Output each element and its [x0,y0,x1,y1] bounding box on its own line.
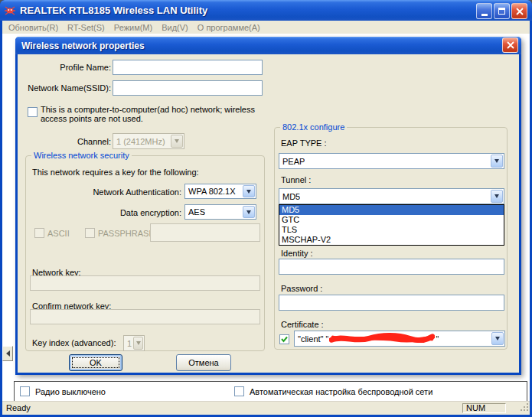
password-input[interactable] [279,295,504,311]
close-icon [516,8,524,15]
channel-combobox: 1 (2412MHz) [113,133,184,149]
profile-name-label: Profile Name: [24,63,111,72]
key-index-value: 1 [127,339,132,348]
channel-dropdown-button [171,135,183,148]
chevron-down-icon [246,190,251,194]
network-auth-value: WPA 802.1X [188,187,236,196]
key-index-combobox: 1 [123,335,145,351]
security-group: Wireless network security This network r… [25,155,265,351]
close-icon [507,41,514,49]
network-auth-dropdown-button[interactable] [243,185,255,197]
certificate-value-suffix: " [436,334,439,344]
certificate-dropdown-button[interactable] [491,332,504,345]
radio-off-label[interactable]: Радио выключено [35,387,106,396]
key-index-label: Key index (advanced): [32,338,116,347]
ssid-label: Network Name(SSID): [24,83,111,93]
adhoc-checkbox[interactable] [28,107,38,117]
dot1x-group-title: 802.1x configure [280,122,347,132]
chevron-down-icon [136,341,141,345]
cancel-button[interactable]: Отмена [176,354,231,371]
chevron-down-icon [494,159,499,163]
tunnel-value: MD5 [282,192,300,201]
requires-key-text: This network requires a key for the foll… [32,168,199,177]
password-label: Password : [281,284,322,293]
status-bar: Ready NUM [2,401,530,415]
certificate-combobox[interactable]: "client" " " [294,331,505,347]
eap-type-label: EAP TYPE : [281,138,327,148]
status-text: Ready [6,403,31,412]
chevron-down-icon [246,210,251,214]
network-auth-label: Network Authentication: [34,187,181,197]
main-window: REALTEK RTL8185 Wireless LAN Utility Обн… [0,0,532,417]
data-encryption-label: Data encryption: [34,208,181,217]
minimize-icon [481,14,488,16]
tunnel-dropdown-button[interactable] [491,190,503,203]
num-lock-indicator: NUM [462,403,506,413]
channel-label: Channel: [24,137,111,146]
ascii-label: ASCII [47,229,70,238]
menu-item-about[interactable]: О программе(A) [194,22,266,33]
passphrase-input [150,223,260,242]
tunnel-option-gtc[interactable]: GTC [279,215,504,225]
redaction-scribble [329,331,435,345]
auto-config-label[interactable]: Автоматическая настройка беспроводной се… [250,387,432,396]
arrow-left-icon [6,350,10,357]
chevron-down-icon [494,194,499,198]
scroll-left-button[interactable] [2,346,13,361]
ascii-checkbox [34,228,44,238]
menu-bar: Обновить(R) RT-Set(S) Режим(M) Вид(V) О … [2,21,530,34]
menu-item-refresh[interactable]: Обновить(R) [5,22,64,33]
main-titlebar: REALTEK RTL8185 Wireless LAN Utility [0,0,532,21]
network-key-input [30,275,260,291]
network-auth-combobox[interactable]: WPA 802.1X [184,184,256,199]
realtek-logo-icon [4,4,16,18]
certificate-checkbox[interactable] [279,334,289,344]
confirm-key-input [30,309,260,324]
ok-button-label: OK [90,358,102,367]
data-encryption-combobox[interactable]: AES [184,204,256,220]
dialog-body: Profile Name: Network Name(SSID): This i… [18,54,519,373]
certificate-label: Certificate : [281,320,324,329]
tunnel-option-mschapv2[interactable]: MSCHAP-V2 [279,235,504,245]
eap-type-value: PEAP [282,157,305,166]
ok-button[interactable]: OK [69,354,122,371]
channel-value: 1 (2412MHz) [116,137,165,146]
minimize-button[interactable] [476,3,492,19]
certificate-value-prefix: "client" " [298,334,328,344]
dialog-close-button[interactable] [502,37,518,53]
data-encryption-dropdown-button[interactable] [243,206,255,218]
radio-off-checkbox[interactable] [20,386,30,396]
bottom-options-group: Радио выключено Автоматическая настройка… [14,381,527,401]
auto-config-checkbox[interactable] [234,386,244,396]
menu-item-mode[interactable]: Режим(M) [111,22,158,33]
tunnel-option-tls[interactable]: TLS [279,225,504,235]
menu-item-view[interactable]: Вид(V) [158,22,194,33]
close-button[interactable] [511,3,527,19]
window-title: REALTEK RTL8185 Wireless LAN Utility [20,5,207,16]
maximize-icon [498,8,505,15]
identity-label: Identity : [281,249,313,258]
resize-grip[interactable] [520,402,529,413]
tunnel-option-md5[interactable]: MD5 [279,205,504,215]
dot1x-group: 802.1x configure EAP TYPE : PEAP Tunnel … [274,127,508,350]
ssid-input[interactable] [113,80,263,96]
chevron-down-icon [175,139,179,143]
passphrase-checkbox [85,228,95,238]
chevron-down-icon [495,337,500,340]
key-index-dropdown-button [133,337,143,350]
identity-input[interactable] [279,259,504,275]
eap-type-dropdown-button[interactable] [491,155,503,168]
wireless-properties-dialog: Wireless network properties Profile Name… [15,37,521,375]
passphrase-label: PASSPHRASE [98,229,155,238]
caption-buttons [476,3,527,19]
adhoc-label[interactable]: This is a computer-to-computer(ad hoc) n… [41,105,266,123]
menu-item-rtset[interactable]: RT-Set(S) [64,22,111,33]
tunnel-label: Tunnel : [281,175,311,184]
cancel-button-label: Отмена [188,358,218,367]
num-label: NUM [466,403,485,412]
data-encryption-value: AES [188,207,205,217]
tunnel-combobox[interactable]: MD5 [279,188,504,204]
eap-type-combobox[interactable]: PEAP [279,153,504,169]
profile-name-input[interactable] [113,60,263,75]
maximize-button[interactable] [494,3,510,19]
